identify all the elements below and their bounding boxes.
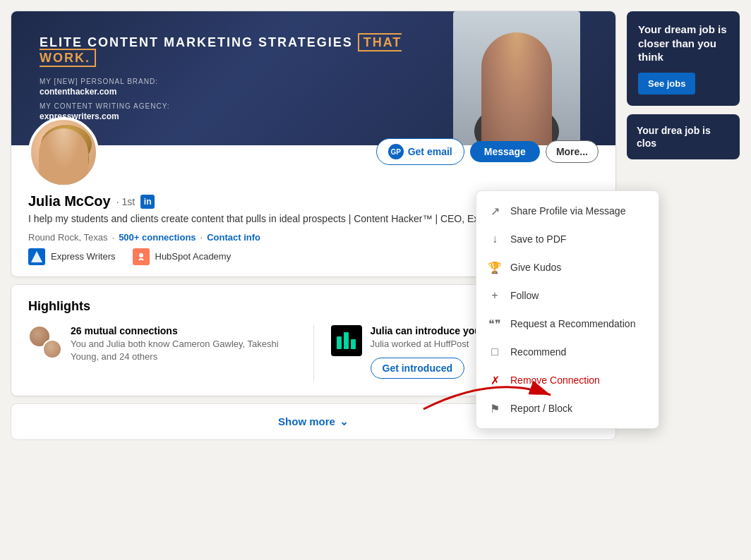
dropdown-item-report-icon[interactable]: ⚑ Report / Block [476,394,659,422]
get-email-button[interactable]: GP Get email [376,138,464,165]
svg-point-13 [139,253,143,257]
dropdown-item-label: Recommend [510,346,566,358]
sidebar-ad-title: Your dream job is closer than you think [638,23,728,64]
svg-point-9 [45,176,88,188]
dropdown-item-label: Remove Connection [510,375,600,386]
highlight-divider [313,325,314,382]
dropdown-item-follow-icon[interactable]: + Follow [476,281,659,310]
dropdown-item-label: Request a Recommendation [510,318,635,329]
mutual-connections-text: 26 mutual connections You and Julia both… [71,325,296,363]
contact-info-link[interactable]: Contact info [207,232,260,243]
dropdown-item-pdf-icon[interactable]: ↓ Save to PDF [476,225,659,253]
cover-person-image [446,11,587,145]
remove-icon: ✗ [488,373,502,387]
degree-badge: · 1st [116,196,135,207]
follow-icon: + [488,288,502,303]
cover-photo: ELITE CONTENT MARKETING STRATEGIES THAT … [11,11,615,145]
cover-url1: contenthacker.com [40,87,446,97]
cover-label1: MY [NEW] PERSONAL BRAND: [40,78,446,85]
exp-express-writers-label: Express Writers [51,251,116,262]
mutual-count: 26 mutual connections [71,325,296,336]
dropdown-item-share-icon[interactable]: ↗ Share Profile via Message [476,197,659,225]
dropdown-item-remove-icon[interactable]: ✗ Remove Connection [476,366,659,394]
dropdown-item-label: Follow [510,290,539,301]
mutual-desc: You and Julia both know Cameron Gawley, … [71,338,296,363]
svg-point-5 [42,130,91,187]
svg-point-4 [526,57,543,92]
svg-point-6 [41,125,92,164]
svg-point-2 [488,36,545,78]
huffpost-bars [337,332,356,349]
recommend-request-icon: ❝❞ [488,317,502,331]
show-more-text: Show more ⌄ [278,415,349,428]
recommend-icon: □ [488,345,502,359]
kudos-icon: 🏆 [488,260,502,274]
svg-point-1 [490,40,543,102]
bottom-sidebar-card: Your drea job is clos [627,114,740,159]
dropdown-item-label: Give Kudos [510,262,561,273]
cover-headline: ELITE CONTENT MARKETING STRATEGIES THAT … [40,35,446,66]
see-jobs-button[interactable]: See jobs [638,73,695,95]
hubspot-icon [133,248,150,265]
dropdown-menu: ↗ Share Profile via Message ↓ Save to PD… [476,190,659,429]
profile-actions: GP Get email Message More... [376,138,599,165]
dropdown-item-label: Save to PDF [510,233,566,245]
svg-point-3 [491,57,507,92]
profile-name: Julia McCoy [28,193,111,209]
dropdown-item-label: Share Profile via Message [510,205,625,217]
dropdown-item-recommend-request-icon[interactable]: ❝❞ Request a Recommendation [476,310,659,338]
sidebar-ad-card: Your dream job is closer than you think … [627,11,740,106]
avatar [28,117,99,188]
linkedin-badge: in [140,195,155,209]
mutual-avatar-2 [42,339,62,359]
bottom-card-title: Your drea job is clos [637,124,730,150]
avatar-wrapper [28,117,99,188]
share-icon: ↗ [488,204,502,218]
express-writers-icon [28,248,45,265]
report-icon: ⚑ [488,401,502,415]
exp-hubspot-label: HubSpot Academy [155,251,232,262]
huffpost-icon [331,325,362,356]
cover-label2: MY CONTENT WRITING AGENCY: [40,102,446,110]
mutual-avatars [28,325,62,359]
cover-url2: expresswriters.com [40,111,446,121]
exp-express-writers: Express Writers [28,248,116,265]
svg-point-7 [44,145,58,173]
chevron-down-icon: ⌄ [340,415,349,428]
dropdown-item-kudos-icon[interactable]: 🏆 Give Kudos [476,253,659,281]
svg-point-8 [75,145,89,173]
dropdown-item-recommend-icon[interactable]: □ Recommend [476,338,659,366]
pdf-icon: ↓ [488,232,502,246]
message-button[interactable]: Message [470,141,540,162]
mutual-connections-item: 26 mutual connections You and Julia both… [28,325,296,363]
more-button[interactable]: More... [546,140,599,163]
dropdown-item-label: Report / Block [510,403,572,414]
gp-badge: GP [388,144,404,159]
location: Round Rock, Texas [28,232,108,243]
connections-link[interactable]: 500+ connections [119,232,196,243]
get-introduced-button[interactable]: Get introduced [371,358,465,379]
exp-hubspot: HubSpot Academy [133,248,232,265]
